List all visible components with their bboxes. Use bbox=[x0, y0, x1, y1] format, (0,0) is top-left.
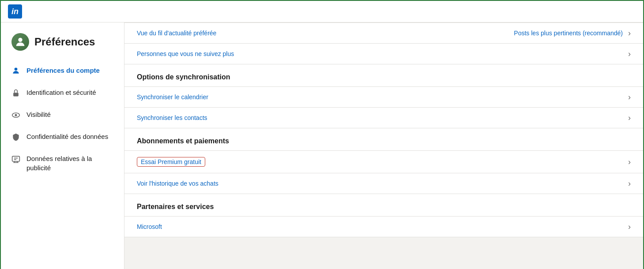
svg-point-0 bbox=[18, 38, 22, 42]
sidebar-item-privacy[interactable]: Confidentialité des données bbox=[1, 126, 124, 148]
premium-trial-right: › bbox=[628, 158, 631, 166]
chevron-right-icon: › bbox=[628, 223, 631, 231]
chevron-right-icon: › bbox=[628, 179, 631, 187]
settings-row-unfollow[interactable]: Personnes que vous ne suivez plus › bbox=[124, 43, 643, 64]
settings-row-feed-view[interactable]: Vue du fil d'actualité préférée Posts le… bbox=[124, 22, 643, 43]
page-title: Préférences bbox=[34, 36, 95, 48]
chevron-right-icon: › bbox=[628, 50, 631, 58]
unfollow-right: › bbox=[628, 50, 631, 58]
svg-point-4 bbox=[15, 114, 17, 116]
settings-section-subscriptions: Abonnements et paiements Essai Premium g… bbox=[124, 128, 643, 194]
sidebar: Préférences Préférences du compte bbox=[1, 22, 124, 269]
sidebar-item-label: Préférences du compte bbox=[26, 66, 100, 75]
main-layout: Préférences Préférences du compte bbox=[1, 22, 643, 269]
person-icon bbox=[11, 67, 20, 75]
section-title-partners: Partenaires et services bbox=[124, 194, 643, 216]
shield-icon bbox=[11, 133, 20, 142]
svg-point-1 bbox=[15, 68, 18, 71]
sidebar-item-ads[interactable]: Données relatives à la publicité bbox=[1, 148, 124, 179]
section-title-subscriptions: Abonnements et paiements bbox=[124, 128, 643, 150]
microsoft-label: Microsoft bbox=[137, 223, 162, 230]
top-bar: in bbox=[1, 1, 643, 22]
chevron-right-icon: › bbox=[628, 158, 631, 166]
unfollow-label: Personnes que vous ne suivez plus bbox=[137, 50, 234, 57]
chevron-right-icon: › bbox=[628, 29, 631, 37]
sync-contacts-label: Synchroniser les contacts bbox=[137, 114, 207, 121]
settings-row-purchase-history[interactable]: Voir l'historique de vos achats › bbox=[124, 173, 643, 194]
feed-view-right: Posts les plus pertinents (recommandé) › bbox=[514, 29, 631, 37]
settings-row-premium-trial[interactable]: Essai Premium gratuit › bbox=[124, 150, 643, 173]
settings-row-microsoft[interactable]: Microsoft › bbox=[124, 216, 643, 237]
feed-view-value: Posts les plus pertinents (recommandé) bbox=[514, 30, 623, 37]
purchase-history-right: › bbox=[628, 179, 631, 187]
avatar bbox=[11, 33, 29, 51]
sync-calendar-label: Synchroniser le calendrier bbox=[137, 93, 208, 101]
sidebar-item-label: Visibilité bbox=[26, 110, 51, 119]
purchase-history-label: Voir l'historique de vos achats bbox=[137, 180, 218, 187]
settings-panel: Vue du fil d'actualité préférée Posts le… bbox=[124, 22, 643, 237]
settings-section-sync: Options de synchronisation Synchroniser … bbox=[124, 64, 643, 128]
lock-icon bbox=[11, 89, 20, 97]
premium-trial-label: Essai Premium gratuit bbox=[137, 157, 205, 167]
ad-icon bbox=[11, 155, 20, 164]
linkedin-logo[interactable]: in bbox=[8, 4, 22, 19]
sidebar-item-label: Données relatives à la publicité bbox=[26, 154, 113, 172]
svg-rect-2 bbox=[13, 93, 19, 96]
settings-section-partners: Partenaires et services Microsoft › bbox=[124, 194, 643, 237]
sync-contacts-right: › bbox=[628, 114, 631, 122]
settings-row-sync-contacts[interactable]: Synchroniser les contacts › bbox=[124, 107, 643, 128]
feed-view-label: Vue du fil d'actualité préférée bbox=[137, 30, 216, 37]
svg-rect-5 bbox=[12, 156, 20, 161]
sidebar-item-label: Confidentialité des données bbox=[26, 132, 108, 141]
sidebar-nav: Préférences du compte Identification et … bbox=[1, 60, 124, 179]
sidebar-item-label: Identification et sécurité bbox=[26, 88, 96, 97]
sync-calendar-right: › bbox=[628, 93, 631, 101]
sidebar-item-account[interactable]: Préférences du compte bbox=[1, 60, 124, 82]
chevron-right-icon: › bbox=[628, 114, 631, 122]
sidebar-header: Préférences bbox=[1, 30, 124, 60]
sidebar-item-security[interactable]: Identification et sécurité bbox=[1, 82, 124, 104]
content-area: Vue du fil d'actualité préférée Posts le… bbox=[124, 22, 643, 269]
microsoft-right: › bbox=[628, 223, 631, 231]
eye-icon bbox=[11, 111, 20, 120]
section-title-sync: Options de synchronisation bbox=[124, 64, 643, 86]
sidebar-item-visibility[interactable]: Visibilité bbox=[1, 104, 124, 126]
settings-row-sync-calendar[interactable]: Synchroniser le calendrier › bbox=[124, 86, 643, 107]
settings-section-feed: Vue du fil d'actualité préférée Posts le… bbox=[124, 22, 643, 64]
chevron-right-icon: › bbox=[628, 93, 631, 101]
